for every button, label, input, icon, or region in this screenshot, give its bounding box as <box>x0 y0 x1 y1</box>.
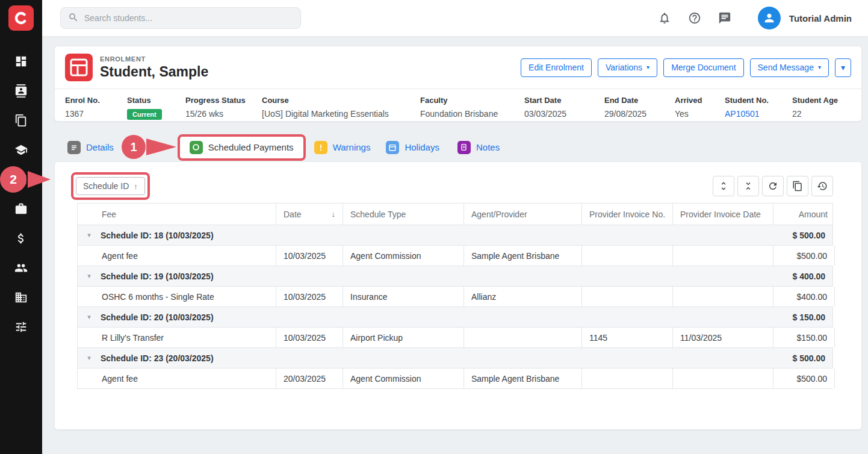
tab-notes[interactable]: Notes <box>457 141 500 154</box>
cell-amount: $400.00 <box>773 287 835 306</box>
help-icon[interactable] <box>688 11 701 25</box>
enrolment-info-row: Enrol No.1367StatusCurrentProgress Statu… <box>55 89 861 120</box>
organisation-icon <box>14 291 28 304</box>
sidebar-item-settings[interactable] <box>0 320 42 334</box>
refresh-button[interactable] <box>762 176 784 196</box>
variations-button[interactable]: Variations▾ <box>598 58 657 77</box>
sidebar-item-staff[interactable] <box>0 261 42 275</box>
group-total: $ 400.00 <box>771 272 832 281</box>
topbar: Tutorial Admin <box>42 0 868 36</box>
edit-enrolment-button[interactable]: Edit Enrolment <box>521 58 592 77</box>
annotation-arrow-1 <box>146 138 176 155</box>
warnings-icon <box>314 141 327 154</box>
history-icon <box>817 181 828 191</box>
cell-schedule-type: Agent Commission <box>343 246 464 266</box>
expand-all-button[interactable] <box>713 176 734 196</box>
sidebar-item-organisation[interactable] <box>0 290 42 305</box>
search-input[interactable] <box>84 13 293 23</box>
cell-fee: R Lilly's Transfer <box>78 328 276 347</box>
logo-icon <box>8 5 34 31</box>
column-header-provider-invoice-no[interactable]: Provider Invoice No. <box>582 204 673 225</box>
cell-agent-provider: Allianz <box>464 287 582 306</box>
more-actions-button[interactable]: ▾ <box>835 58 851 77</box>
cell-date: 10/03/2025 <box>276 246 343 266</box>
collapse-all-icon <box>743 181 754 191</box>
enrolment-kicker: ENROLMENT <box>100 55 208 63</box>
sidebar-item-dashboard[interactable] <box>0 54 42 69</box>
chevron-down-icon: ▾ <box>818 64 821 70</box>
cell-fee: Agent fee <box>78 246 276 266</box>
export-button[interactable] <box>787 176 808 196</box>
search-box[interactable] <box>60 7 301 29</box>
cell-provider-invoice-date <box>673 287 773 306</box>
column-header-amount[interactable]: Amount <box>773 204 835 225</box>
group-row-schedule-id-19-10-03-2025[interactable]: ▾Schedule ID: 19 (10/03/2025)$ 400.00 <box>77 266 833 287</box>
group-label: Schedule ID: 18 (10/03/2025) <box>101 231 214 240</box>
info-field-course: Course[UoS] Digital Marketing Essentials <box>262 96 420 120</box>
page-title: Student, Sample <box>100 64 208 80</box>
table-row[interactable]: Agent fee10/03/2025Agent CommissionSampl… <box>77 246 833 266</box>
courses-icon <box>14 143 28 157</box>
tab-holidays[interactable]: Holidays <box>386 141 439 154</box>
sidebar-item-contacts[interactable] <box>0 84 42 98</box>
topbar-right: Tutorial Admin <box>641 7 852 30</box>
collapse-group-icon[interactable]: ▾ <box>78 231 101 239</box>
table-row[interactable]: Agent fee20/03/2025Agent CommissionSampl… <box>77 368 833 389</box>
column-header-schedule-type[interactable]: Schedule Type <box>343 204 464 225</box>
sidebar-item-agents[interactable] <box>0 202 42 216</box>
collapse-all-button[interactable] <box>737 176 759 196</box>
groupby-chip-schedule-id[interactable]: Schedule ID ↑ <box>76 177 145 195</box>
staff-icon <box>14 261 28 275</box>
merge-document-button[interactable]: Merge Document <box>663 58 743 77</box>
tab-details[interactable]: Details <box>67 141 114 154</box>
cell-agent-provider <box>464 328 582 347</box>
column-header-fee[interactable]: Fee <box>78 204 276 225</box>
cell-schedule-type: Insurance <box>343 287 464 306</box>
info-field-student-age: Student Age22 <box>792 96 846 120</box>
table-row[interactable]: OSHC 6 months - Single Rate10/03/2025Ins… <box>77 287 833 307</box>
search-icon <box>68 12 79 25</box>
cell-agent-provider: Sample Agent Brisbane <box>464 368 582 388</box>
tab-scheduled-payments[interactable]: Scheduled Payments <box>178 134 306 161</box>
collapse-group-icon[interactable]: ▾ <box>78 354 101 362</box>
cell-schedule-type: Airport Pickup <box>343 328 464 347</box>
tab-warnings[interactable]: Warnings <box>314 141 371 154</box>
cell-amount: $150.00 <box>773 328 835 347</box>
info-field-arrived: ArrivedYes <box>675 96 725 120</box>
info-field-end-date: End Date29/08/2025 <box>604 96 675 120</box>
cell-amount: $500.00 <box>773 368 835 388</box>
group-total: $ 150.00 <box>771 313 832 322</box>
info-field-faculty: FacultyFoundation Brisbane <box>420 96 524 120</box>
table-row[interactable]: R Lilly's Transfer10/03/2025Airport Pick… <box>77 328 833 348</box>
column-header-date[interactable]: Date↓ <box>276 204 343 225</box>
group-label: Schedule ID: 20 (10/03/2025) <box>101 313 214 322</box>
cell-date: 10/03/2025 <box>276 328 343 347</box>
settings-icon <box>14 320 28 334</box>
chevron-down-icon: ▾ <box>646 64 649 70</box>
column-header-provider-invoice-date[interactable]: Provider Invoice Date <box>673 204 773 225</box>
sidebar-item-documents[interactable] <box>0 113 42 128</box>
chat-icon[interactable] <box>718 11 731 25</box>
avatar[interactable] <box>758 7 781 30</box>
notifications-icon[interactable] <box>658 11 671 25</box>
info-field-student-no: Student No.AP10501 <box>725 96 792 120</box>
sidebar-item-finance[interactable] <box>0 231 42 246</box>
column-header-agent-provider[interactable]: Agent/Provider <box>464 204 582 225</box>
group-row-schedule-id-18-10-03-2025[interactable]: ▾Schedule ID: 18 (10/03/2025)$ 500.00 <box>77 225 833 246</box>
collapse-group-icon[interactable]: ▾ <box>78 272 101 280</box>
app-logo[interactable] <box>0 0 42 36</box>
group-row-schedule-id-20-10-03-2025[interactable]: ▾Schedule ID: 20 (10/03/2025)$ 150.00 <box>77 307 833 328</box>
annotation-step-1: 1 <box>122 135 146 159</box>
cell-schedule-type: Agent Commission <box>343 368 464 388</box>
notes-icon <box>457 141 471 154</box>
group-row-schedule-id-23-20-03-2025[interactable]: ▾Schedule ID: 23 (20/03/2025)$ 500.00 <box>77 348 833 368</box>
collapse-group-icon[interactable]: ▾ <box>78 313 101 321</box>
grid-toolbar <box>713 176 833 196</box>
history-button[interactable] <box>811 176 833 196</box>
sidebar-item-courses[interactable] <box>0 143 42 157</box>
send-message-button[interactable]: Send Message▾ <box>750 58 829 77</box>
student-no-link[interactable]: AP10501 <box>725 109 760 119</box>
agents-icon <box>14 202 28 216</box>
holidays-icon <box>386 141 399 154</box>
cell-fee: Agent fee <box>78 368 276 388</box>
